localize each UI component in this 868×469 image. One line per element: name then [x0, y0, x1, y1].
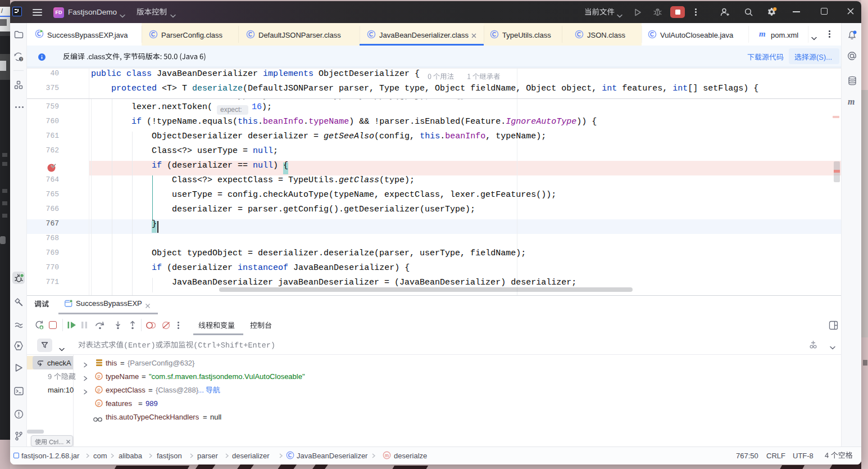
svg-text:p: p [97, 400, 100, 406]
svg-text:m: m [385, 453, 389, 458]
svg-text:p: p [97, 387, 100, 393]
svg-text:p: p [97, 373, 100, 379]
svg-text:?: ? [20, 57, 22, 62]
